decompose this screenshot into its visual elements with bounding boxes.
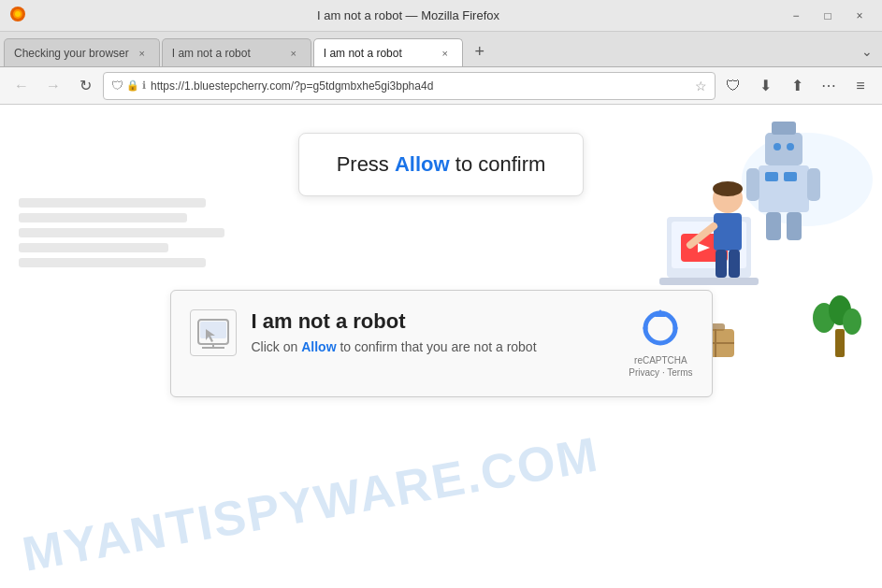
extensions-button[interactable]: ⋯ <box>815 72 843 100</box>
tab-robot-2-active[interactable]: I am not a robot × <box>313 38 463 66</box>
titlebar: I am not a robot — Mozilla Firefox − □ × <box>0 0 882 32</box>
address-icons: 🛡 🔒 ℹ <box>111 79 146 93</box>
tab-close-icon[interactable]: × <box>135 46 150 61</box>
tab-label: Checking your browser <box>14 47 129 60</box>
tabbar: Checking your browser × I am not a robot… <box>0 32 882 67</box>
notification-title: I am not a robot <box>252 309 615 334</box>
tab-label: I am not a robot <box>324 47 402 60</box>
svg-rect-35 <box>200 322 226 338</box>
page-content: Press Allow to confirm I am not a robot <box>0 105 882 425</box>
shield-vpn-button[interactable]: 🛡 <box>719 72 747 100</box>
tab-list-button[interactable]: ⌄ <box>856 40 878 63</box>
notification-dialog: I am not a robot Click on Allow to confi… <box>170 290 713 397</box>
shield-icon: 🛡 <box>111 79 123 93</box>
tab-close-icon[interactable]: × <box>286 46 301 61</box>
window-title: I am not a robot — Mozilla Firefox <box>34 8 783 22</box>
url-display: https://1.bluestepcherry.com/?p=g5tdgmbx… <box>151 79 690 93</box>
bookmark-icon[interactable]: ☆ <box>695 79 707 93</box>
new-tab-button[interactable]: + <box>467 38 493 65</box>
tab-robot-1[interactable]: I am not a robot × <box>162 38 311 66</box>
maximize-button[interactable]: □ <box>815 7 841 25</box>
press-allow-word: Allow <box>395 152 450 176</box>
press-allow-prefix: Press <box>337 152 395 176</box>
reload-button[interactable]: ↻ <box>71 72 99 100</box>
firefox-icon <box>9 6 26 26</box>
watermark: MYANTISPYWARE.COM <box>19 425 603 582</box>
lock-icon: 🔒 <box>126 79 139 92</box>
tab-label: I am not a robot <box>172 47 251 60</box>
tab-close-icon[interactable]: × <box>438 46 453 61</box>
recaptcha-icon <box>642 309 679 353</box>
notification-icon <box>190 309 237 356</box>
svg-point-2 <box>15 11 21 17</box>
notif-allow-word: Allow <box>301 339 336 354</box>
notification-content: I am not a robot Click on Allow to confi… <box>252 309 615 354</box>
address-bar[interactable]: 🛡 🔒 ℹ https://1.bluestepcherry.com/?p=g5… <box>103 72 716 100</box>
window-controls: − □ × <box>783 7 873 25</box>
forward-button[interactable]: → <box>39 72 67 100</box>
browser-content: MYANTISPYWARE.COM <box>0 105 882 588</box>
toolbar: ← → ↻ 🛡 🔒 ℹ https://1.bluestepcherry.com… <box>0 67 882 105</box>
tab-checking-browser[interactable]: Checking your browser × <box>4 38 160 66</box>
recaptcha-label: reCAPTCHA <box>634 355 687 366</box>
share-button[interactable]: ⬆ <box>783 72 811 100</box>
close-button[interactable]: × <box>846 7 873 25</box>
press-allow-box: Press Allow to confirm <box>298 133 585 196</box>
recaptcha-badge: reCAPTCHA Privacy · Terms <box>629 309 692 378</box>
download-button[interactable]: ⬇ <box>751 72 779 100</box>
back-button[interactable]: ← <box>7 72 36 100</box>
notification-body: Click on Allow to confirm that you are n… <box>252 339 615 354</box>
info-icon: ℹ <box>142 79 146 92</box>
press-allow-suffix: to confirm <box>450 152 546 176</box>
toolbar-right: 🛡 ⬇ ⬆ ⋯ ≡ <box>719 72 875 100</box>
notif-body-suffix: to confirm that you are not a robot <box>337 339 537 354</box>
minimize-button[interactable]: − <box>783 7 809 25</box>
notif-body-prefix: Click on <box>252 339 302 354</box>
recaptcha-links: Privacy · Terms <box>629 367 692 378</box>
menu-button[interactable]: ≡ <box>846 72 875 100</box>
